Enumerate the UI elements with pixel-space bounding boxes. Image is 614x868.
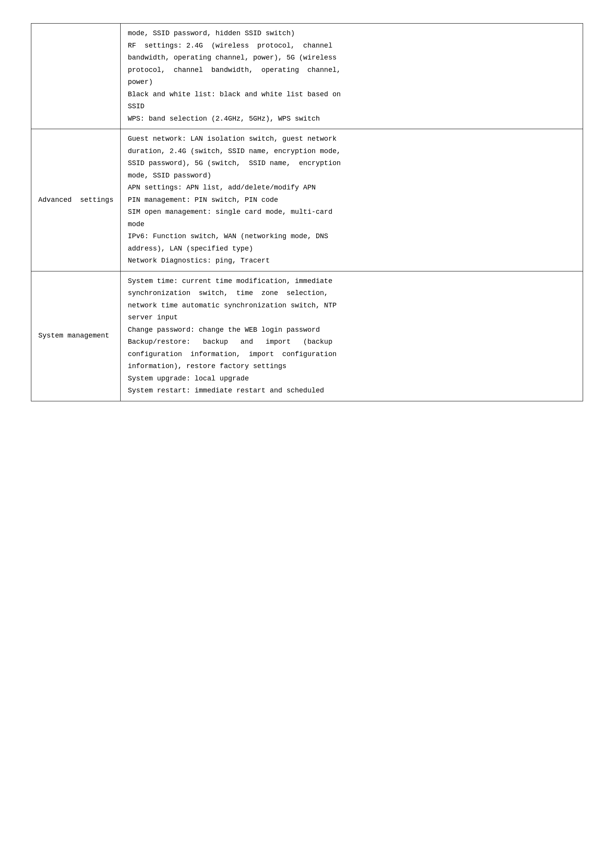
content-line: address), LAN (specified type) [128, 243, 576, 255]
table-row-system: System management System time: current t… [31, 271, 583, 401]
content-line: protocol, channel bandwidth, operating c… [128, 64, 576, 77]
content-line: Change password: change the WEB login pa… [128, 324, 576, 336]
content-line: Black and white list: black and white li… [128, 89, 576, 101]
content-line: bandwidth, operating channel, power), 5G… [128, 52, 576, 64]
content-line: duration, 2.4G (switch, SSID name, encry… [128, 145, 576, 158]
label-rf [31, 24, 121, 129]
content-line: IPv6: Function switch, WAN (networking m… [128, 230, 576, 243]
content-line: configuration information, import config… [128, 348, 576, 361]
content-line: Backup/restore: backup and import (backu… [128, 336, 576, 348]
content-line: APN settings: APN list, add/delete/modif… [128, 182, 576, 194]
content-line: synchronization switch, time zone select… [128, 287, 576, 300]
content-rf: mode, SSID password, hidden SSID switch)… [121, 24, 583, 129]
content-line: server input [128, 312, 576, 324]
content-line: System restart: immediate restart and sc… [128, 385, 576, 397]
table-row-rf: mode, SSID password, hidden SSID switch)… [31, 24, 583, 129]
content-line: mode, SSID password, hidden SSID switch) [128, 27, 576, 40]
content-line: network time automatic synchronization s… [128, 300, 576, 312]
content-line: System time: current time modification, … [128, 275, 576, 288]
content-line: RF settings: 2.4G (wireless protocol, ch… [128, 40, 576, 52]
content-advanced: Guest network: LAN isolation switch, gue… [121, 129, 583, 271]
label-advanced: Advanced settings [31, 129, 121, 271]
content-line: mode, SSID password) [128, 170, 576, 182]
content-line: SIM open management: single card mode, m… [128, 206, 576, 218]
content-line: power) [128, 76, 576, 89]
content-line: PIN management: PIN switch, PIN code [128, 194, 576, 206]
content-system: System time: current time modification, … [121, 271, 583, 401]
content-line: mode [128, 218, 576, 231]
content-line: information), restore factory settings [128, 360, 576, 373]
content-line: Guest network: LAN isolation switch, gue… [128, 133, 576, 145]
label-system: System management [31, 271, 121, 401]
content-line: SSID [128, 101, 576, 113]
content-line: WPS: band selection (2.4GHz, 5GHz), WPS … [128, 113, 576, 125]
content-line: SSID password), 5G (switch, SSID name, e… [128, 157, 576, 170]
content-line: Network Diagnostics: ping, Tracert [128, 255, 576, 267]
table-row-advanced: Advanced settings Guest network: LAN iso… [31, 129, 583, 271]
main-table: mode, SSID password, hidden SSID switch)… [31, 23, 583, 401]
content-line: System upgrade: local upgrade [128, 373, 576, 385]
